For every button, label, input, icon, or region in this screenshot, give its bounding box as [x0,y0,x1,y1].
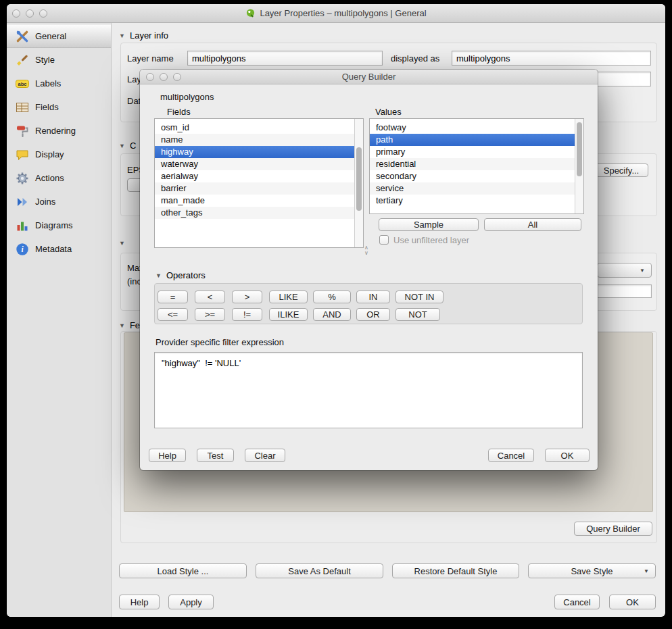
dialog-close-button[interactable] [146,73,154,81]
apply-button[interactable]: Apply [168,595,214,609]
info-icon: i [16,243,29,256]
operator-neq-button[interactable]: != [232,308,262,321]
restore-default-style-button[interactable]: Restore Default Style [392,563,519,578]
list-item-selected[interactable]: path [370,134,575,146]
dialog-title: Query Builder [342,72,395,82]
sidebar-item-metadata[interactable]: i Metadata [7,237,111,261]
scale-combo-fragment[interactable]: ▼ [597,263,652,278]
layer-name-label: Layer name [127,53,174,64]
dialog-help-button[interactable]: Help [149,449,186,462]
dialog-minimize-button[interactable] [160,73,168,81]
sidebar-item-actions[interactable]: Actions [7,166,111,190]
fields-label: Fields [167,107,191,117]
operator-equals-button[interactable]: = [158,291,188,303]
list-item[interactable]: tertiary [370,195,575,207]
scale-inclusive-label-fragment: (inc [127,276,141,286]
save-style-button[interactable]: Save Style ▼ [528,563,656,578]
use-unfiltered-checkbox[interactable] [379,235,389,245]
scale-visibility-header[interactable]: ▼ [119,240,125,247]
splitter-handle[interactable]: ∧∨ [361,245,372,256]
zoom-button[interactable] [39,9,47,18]
sidebar-item-label: Rendering [35,126,76,136]
sample-button[interactable]: Sample [379,218,479,231]
list-item[interactable]: osm_id [155,122,354,134]
crs-header[interactable]: ▼ C [119,141,136,151]
operator-ilike-button[interactable]: ILIKE [269,308,308,321]
values-scrollbar[interactable] [575,119,583,213]
list-item[interactable]: primary [370,146,575,158]
list-item[interactable]: service [370,182,575,195]
fields-scrollbar[interactable] [354,119,363,247]
list-item[interactable]: residential [370,158,575,170]
displayed-as-input[interactable] [452,51,651,66]
close-button[interactable] [12,9,20,18]
layer-name-input[interactable] [187,51,383,66]
sidebar-item-label: Fields [35,102,59,112]
sidebar-item-general[interactable]: General [7,24,111,48]
save-as-default-button[interactable]: Save As Default [256,563,383,578]
all-button[interactable]: All [484,218,581,231]
list-item[interactable]: other_tags [155,207,354,219]
list-item[interactable]: aerialway [155,170,354,182]
help-button[interactable]: Help [119,595,160,609]
sidebar-item-label: Actions [35,173,64,183]
scale-input-fragment[interactable] [597,284,652,298]
operator-not-in-button[interactable]: NOT IN [395,291,443,303]
sidebar-item-diagrams[interactable]: Diagrams [7,213,111,237]
operators-groupbox: = < > LIKE % IN NOT IN <= >= != ILIKE AN… [154,283,583,324]
layer-source-label-fragment: Lay [127,74,141,84]
dialog-clear-button[interactable]: Clear [245,449,285,462]
operator-not-button[interactable]: NOT [395,308,440,321]
operator-gt-button[interactable]: > [232,291,262,303]
sidebar-item-joins[interactable]: Joins [7,190,111,213]
operator-or-button[interactable]: OR [356,308,390,321]
chevron-down-icon: ▼ [640,268,645,274]
disclosure-triangle-icon: ▼ [119,240,125,247]
list-item-selected[interactable]: highway [155,146,354,158]
encoding-label-fragment: Dat [127,96,141,106]
dialog-test-button[interactable]: Test [197,449,234,462]
window-title: Layer Properties – multipolygons | Gener… [260,8,426,18]
dialog-zoom-button[interactable] [173,73,181,81]
scrollbar-thumb[interactable] [356,147,362,211]
list-item[interactable]: man_made [155,195,354,207]
list-item[interactable]: barrier [155,182,354,195]
operator-like-button[interactable]: LIKE [269,291,308,303]
feature-subset-header[interactable]: ▼ Fe [119,320,140,330]
chevron-down-icon: ▼ [644,568,649,574]
operators-header[interactable]: ▼ Operators [155,270,206,280]
query-builder-dialog: Query Builder multipolygons Fields osm_i… [140,70,598,470]
specify-crs-button[interactable]: Specify... [594,163,648,177]
dialog-cancel-button[interactable]: Cancel [488,449,534,462]
operator-and-button[interactable]: AND [313,308,351,321]
sidebar-item-labels[interactable]: abc Labels [7,72,111,95]
operator-percent-button[interactable]: % [313,291,351,303]
paint-roller-icon [16,124,29,138]
operator-lt-button[interactable]: < [195,291,225,303]
list-item[interactable]: waterway [155,158,354,170]
list-item[interactable]: secondary [370,170,575,182]
list-item[interactable]: name [155,134,354,146]
speech-bubble-icon [16,148,29,161]
operator-lte-button[interactable]: <= [158,308,188,321]
list-item[interactable]: footway [370,122,575,134]
sidebar-item-rendering[interactable]: Rendering [7,119,111,143]
screenshot-stage: Layer Properties – multipolygons | Gener… [0,0,672,629]
minimize-button[interactable] [26,9,34,18]
sidebar-item-style[interactable]: Style [7,48,111,72]
sidebar-item-fields[interactable]: Fields [7,95,111,119]
query-builder-button[interactable]: Query Builder [574,522,652,536]
cancel-button[interactable]: Cancel [554,595,600,609]
dialog-ok-button[interactable]: OK [545,449,590,462]
scrollbar-thumb[interactable] [577,122,582,176]
layer-info-header[interactable]: ▼ Layer info [119,30,168,41]
filter-expression-input[interactable]: "highway" != 'NULL' [154,352,583,428]
sidebar-item-display[interactable]: Display [7,143,111,166]
use-unfiltered-label: Use unfiltered layer [393,235,469,245]
load-style-button[interactable]: Load Style ... [119,563,247,578]
operator-gte-button[interactable]: >= [195,308,225,321]
ok-button[interactable]: OK [609,595,656,609]
operator-in-button[interactable]: IN [356,291,390,303]
gear-icon [16,172,29,185]
sidebar-item-label: Metadata [35,244,72,254]
